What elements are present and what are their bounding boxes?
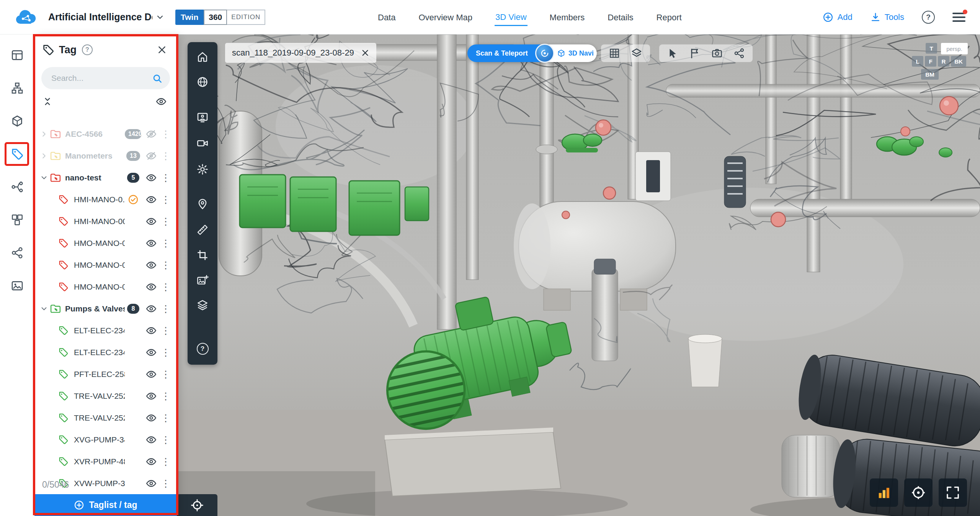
layers-stack-icon[interactable] bbox=[196, 299, 209, 311]
eye-icon[interactable] bbox=[145, 238, 157, 249]
eye-icon[interactable] bbox=[145, 281, 157, 293]
eye-icon[interactable] bbox=[145, 456, 157, 467]
tag-group-row[interactable]: nano-test 5 ⋮ bbox=[34, 167, 177, 188]
tag-item-row[interactable]: ELT-ELEC-2346 ⋮ bbox=[34, 341, 177, 363]
eye-icon[interactable] bbox=[145, 478, 157, 489]
eye-icon[interactable] bbox=[145, 216, 157, 227]
chevron-down-icon[interactable] bbox=[40, 174, 48, 182]
view-cube-right[interactable]: R bbox=[938, 56, 949, 67]
tab-report[interactable]: Report bbox=[656, 9, 683, 25]
project-title[interactable]: Artificial Intelligence De... bbox=[48, 11, 152, 23]
search-icon[interactable] bbox=[152, 73, 162, 84]
flag-icon[interactable] bbox=[689, 48, 701, 59]
view-cube-left[interactable]: L bbox=[912, 56, 923, 67]
eye-icon[interactable] bbox=[145, 347, 157, 358]
search-box[interactable] bbox=[41, 67, 170, 89]
tag-item-row[interactable]: PFT-ELEC-2587 ⋮ bbox=[34, 363, 177, 385]
kebab-menu-icon[interactable]: ⋮ bbox=[161, 195, 167, 205]
3d-scene-canvas[interactable] bbox=[176, 34, 980, 516]
eye-icon[interactable] bbox=[145, 325, 157, 336]
chevron-down-icon[interactable] bbox=[40, 305, 48, 313]
tag-item-row[interactable]: HMO-MANO-0039 ⋮ bbox=[34, 254, 177, 276]
eye-icon[interactable] bbox=[145, 259, 157, 271]
tab-members[interactable]: Members bbox=[549, 9, 586, 25]
help-button[interactable]: ? bbox=[922, 11, 935, 24]
kebab-menu-icon[interactable]: ⋮ bbox=[161, 347, 167, 357]
eye-icon[interactable] bbox=[145, 390, 157, 402]
tools-button[interactable]: Tools bbox=[870, 12, 904, 23]
chevron-right-icon[interactable] bbox=[40, 152, 48, 160]
tag-group-row[interactable]: Pumps & Valves 8 ⋮ bbox=[34, 298, 177, 319]
cube-icon[interactable] bbox=[11, 115, 24, 128]
target-button[interactable] bbox=[904, 478, 933, 507]
location-icon[interactable] bbox=[196, 198, 209, 210]
search-input[interactable] bbox=[51, 74, 148, 83]
image-add-icon[interactable] bbox=[196, 274, 209, 287]
view-cube-back[interactable]: BK bbox=[951, 56, 966, 67]
modules-icon[interactable] bbox=[11, 213, 24, 226]
kebab-menu-icon[interactable]: ⋮ bbox=[161, 413, 167, 423]
kebab-menu-icon[interactable]: ⋮ bbox=[161, 304, 167, 314]
panel-help-button[interactable]: ? bbox=[82, 44, 93, 55]
tag-item-row[interactable]: XVR-PUMP-4890 ⋮ bbox=[34, 450, 177, 472]
eye-icon[interactable] bbox=[145, 172, 157, 183]
tag-item-row[interactable]: TRE-VALV-2525 ⋮ bbox=[34, 385, 177, 407]
menu-button[interactable] bbox=[952, 13, 965, 22]
hierarchy-icon[interactable] bbox=[11, 82, 24, 95]
add-button[interactable]: Add bbox=[823, 12, 852, 23]
tag-item-row[interactable]: HMO-MANO-0040 ⋮ bbox=[34, 276, 177, 298]
tag-item-row[interactable]: TRE-VALV-2529 ⋮ bbox=[34, 407, 177, 429]
view-cube-bottom[interactable]: BM bbox=[921, 69, 939, 80]
mode-scan-teleport[interactable]: Scan & Teleport bbox=[467, 44, 544, 62]
eye-icon[interactable] bbox=[145, 303, 157, 315]
crop-icon[interactable] bbox=[196, 249, 209, 261]
eye-icon[interactable] bbox=[145, 412, 157, 424]
tag-group-row[interactable]: AEC-4566 1420 ⋮ bbox=[34, 123, 177, 145]
close-icon[interactable] bbox=[157, 45, 167, 55]
share-icon[interactable] bbox=[11, 246, 24, 259]
chart-button[interactable] bbox=[870, 478, 898, 507]
kebab-menu-icon[interactable]: ⋮ bbox=[161, 457, 167, 467]
add-taglist-button[interactable]: Taglist / tag bbox=[34, 494, 177, 516]
video-icon[interactable] bbox=[196, 137, 209, 149]
scan-view-icon[interactable] bbox=[196, 111, 209, 123]
eye-off-icon[interactable] bbox=[145, 150, 157, 162]
share-icon[interactable] bbox=[733, 48, 745, 59]
tab-overview-map[interactable]: Overview Map bbox=[418, 9, 473, 25]
collapse-all-icon[interactable] bbox=[42, 96, 53, 107]
kebab-menu-icon[interactable]: ⋮ bbox=[161, 151, 167, 161]
view-cube-top[interactable]: T bbox=[926, 43, 937, 54]
eye-icon[interactable] bbox=[145, 434, 157, 446]
3d-viewport[interactable]: ? scan_118_2019-09-09_23-08-29 Scan & Te… bbox=[176, 34, 980, 516]
board-icon[interactable] bbox=[11, 49, 24, 62]
kebab-menu-icon[interactable]: ⋮ bbox=[161, 435, 167, 445]
settings-icon[interactable] bbox=[196, 163, 209, 175]
projection-toggle[interactable]: persp. bbox=[941, 43, 968, 54]
close-icon[interactable] bbox=[361, 49, 369, 57]
kebab-menu-icon[interactable]: ⋮ bbox=[161, 216, 167, 226]
kebab-menu-icon[interactable]: ⋮ bbox=[161, 173, 167, 183]
kebab-menu-icon[interactable]: ⋮ bbox=[161, 369, 167, 379]
tag-item-row[interactable]: HMI-MANO-0038 ⋮ bbox=[34, 210, 177, 232]
chevron-down-icon[interactable] bbox=[155, 13, 165, 22]
tab-data[interactable]: Data bbox=[377, 9, 396, 25]
tab-details[interactable]: Details bbox=[607, 9, 634, 25]
view-cube-front[interactable]: F bbox=[925, 56, 936, 67]
kebab-menu-icon[interactable]: ⋮ bbox=[161, 238, 167, 248]
grid-icon[interactable] bbox=[609, 48, 620, 59]
eye-icon[interactable] bbox=[145, 369, 157, 380]
teleport-icon[interactable] bbox=[535, 44, 554, 63]
camera-icon[interactable] bbox=[711, 48, 723, 59]
tag-item-row[interactable]: XVG-PUMP-3421 ⋮ bbox=[34, 429, 177, 450]
chevron-right-icon[interactable] bbox=[40, 130, 48, 138]
measure-icon[interactable] bbox=[196, 224, 209, 236]
tag-item-row[interactable]: HMI-MANO-0... ⋮ bbox=[34, 188, 177, 210]
kebab-menu-icon[interactable]: ⋮ bbox=[161, 326, 167, 336]
pointer-icon[interactable] bbox=[667, 48, 678, 59]
tag-icon[interactable] bbox=[11, 147, 24, 161]
viewer-help-button[interactable]: ? bbox=[197, 343, 209, 355]
tab-3d-view[interactable]: 3D View bbox=[495, 8, 528, 26]
kebab-menu-icon[interactable]: ⋮ bbox=[161, 478, 167, 488]
kebab-menu-icon[interactable]: ⋮ bbox=[161, 282, 167, 292]
tag-group-row[interactable]: Manometers 13 ⋮ bbox=[34, 145, 177, 167]
